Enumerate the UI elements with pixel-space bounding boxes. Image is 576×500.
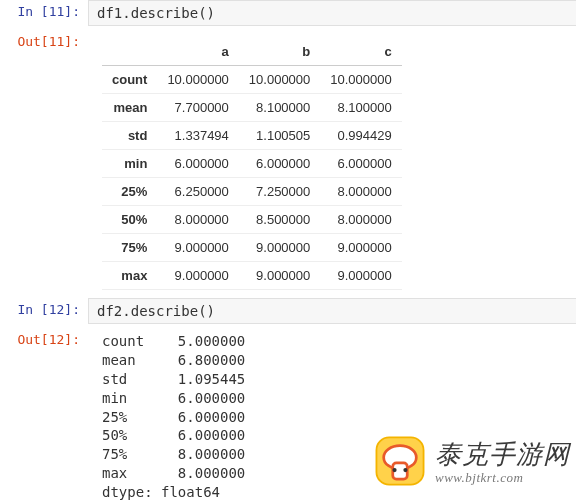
cell: 6.000000 (157, 150, 238, 178)
cell: 7.700000 (157, 94, 238, 122)
cell: 6.000000 (239, 150, 320, 178)
in-prompt-12: In [12]: (0, 298, 88, 324)
cell: 8.500000 (239, 206, 320, 234)
row-index: mean (102, 94, 157, 122)
corner-cell (102, 38, 157, 66)
col-header: a (157, 38, 238, 66)
cell: 9.000000 (320, 262, 401, 290)
cell: 1.337494 (157, 122, 238, 150)
code-text: df2.describe() (97, 303, 215, 319)
row-index: max (102, 262, 157, 290)
cell: 8.100000 (320, 94, 401, 122)
cell: 8.000000 (320, 178, 401, 206)
cell: 8.000000 (320, 206, 401, 234)
output-area-11: a b c count10.00000010.00000010.000000 m… (88, 30, 576, 294)
cell: 9.000000 (157, 234, 238, 262)
table-header-row: a b c (102, 38, 402, 66)
row-index: min (102, 150, 157, 178)
table-row: max9.0000009.0000009.000000 (102, 262, 402, 290)
col-header: c (320, 38, 401, 66)
cell: 1.100505 (239, 122, 320, 150)
cell: 10.000000 (157, 66, 238, 94)
col-header: b (239, 38, 320, 66)
table-row: mean7.7000008.1000008.100000 (102, 94, 402, 122)
cell: 6.000000 (320, 150, 401, 178)
cell: 9.000000 (239, 234, 320, 262)
mushroom-icon (371, 432, 429, 490)
table-row: min6.0000006.0000006.000000 (102, 150, 402, 178)
table-row: 50%8.0000008.5000008.000000 (102, 206, 402, 234)
watermark-sub: www.bjtkrt.com (435, 470, 570, 486)
cell: 8.100000 (239, 94, 320, 122)
row-index: 75% (102, 234, 157, 262)
cell: 10.000000 (320, 66, 401, 94)
cell: 9.000000 (157, 262, 238, 290)
table-row: 75%9.0000009.0000009.000000 (102, 234, 402, 262)
cell: 0.994429 (320, 122, 401, 150)
input-cell-11: In [11]: df1.describe() (0, 0, 576, 26)
watermark: 泰克手游网 www.bjtkrt.com (371, 432, 570, 490)
row-index: count (102, 66, 157, 94)
in-prompt-11: In [11]: (0, 0, 88, 26)
table-row: 25%6.2500007.2500008.000000 (102, 178, 402, 206)
svg-point-3 (392, 468, 396, 472)
cell: 8.000000 (157, 206, 238, 234)
row-index: std (102, 122, 157, 150)
svg-point-4 (403, 468, 407, 472)
watermark-text-stack: 泰克手游网 www.bjtkrt.com (435, 437, 570, 486)
cell: 9.000000 (320, 234, 401, 262)
code-text: df1.describe() (97, 5, 215, 21)
cell: 7.250000 (239, 178, 320, 206)
cell: 9.000000 (239, 262, 320, 290)
out-prompt-11: Out[11]: (0, 30, 88, 294)
out-prompt-12: Out[12]: (0, 328, 88, 500)
dataframe-table-df1: a b c count10.00000010.00000010.000000 m… (102, 38, 402, 290)
code-input-11[interactable]: df1.describe() (88, 0, 576, 26)
cell: 10.000000 (239, 66, 320, 94)
watermark-main: 泰克手游网 (435, 437, 570, 472)
code-input-12[interactable]: df2.describe() (88, 298, 576, 324)
table-row: std1.3374941.1005050.994429 (102, 122, 402, 150)
input-cell-12: In [12]: df2.describe() (0, 298, 576, 324)
table-row: count10.00000010.00000010.000000 (102, 66, 402, 94)
output-cell-11: Out[11]: a b c count10.00000010.00000010… (0, 30, 576, 294)
row-index: 50% (102, 206, 157, 234)
cell: 6.250000 (157, 178, 238, 206)
row-index: 25% (102, 178, 157, 206)
